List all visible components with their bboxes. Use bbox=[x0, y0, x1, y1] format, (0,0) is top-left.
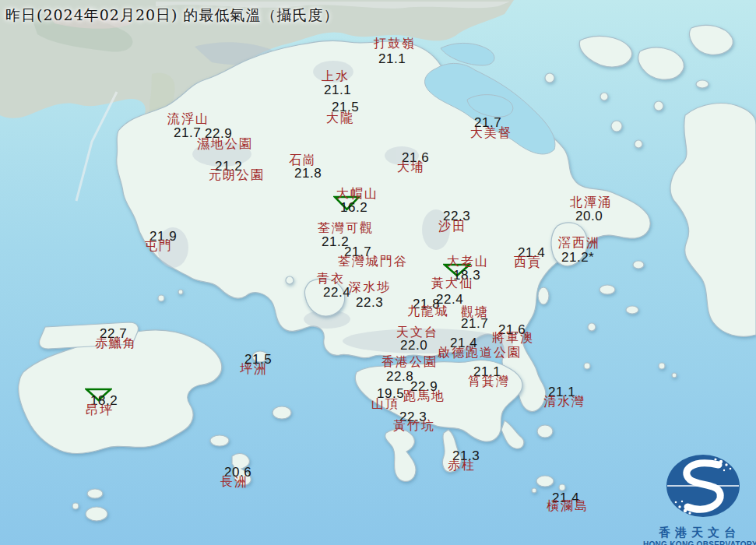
station-name: 石崗 bbox=[289, 153, 317, 167]
station-name: 流浮山 bbox=[167, 112, 209, 126]
station-value: 21.1 bbox=[324, 83, 351, 98]
station-name: 橫瀾島 bbox=[547, 499, 589, 513]
station-name: 大帽山 bbox=[336, 187, 378, 201]
station-value: 22.8 bbox=[386, 369, 413, 385]
hko-logo: 香港天文台 HONG KONG OBSERVATORY bbox=[643, 450, 756, 545]
station-name: 屯門 bbox=[145, 239, 173, 253]
station-name: 元朗公園 bbox=[209, 168, 265, 182]
station-name: 滘西洲 bbox=[558, 236, 600, 250]
station-name: 沙田 bbox=[438, 220, 466, 234]
station-name: 西貢 bbox=[514, 255, 542, 269]
station-name: 天文台 bbox=[396, 325, 438, 339]
station-name: 筲箕灣 bbox=[468, 374, 510, 389]
station-name: 將軍澳 bbox=[492, 331, 534, 345]
station-name: 大埔 bbox=[397, 160, 425, 174]
station-name: 打鼓嶺 bbox=[374, 37, 416, 51]
station-name: 黃大仙 bbox=[431, 276, 473, 290]
station-name: 清水灣 bbox=[543, 395, 585, 409]
station-value: 20.0 bbox=[575, 209, 603, 224]
station-name: 跑馬地 bbox=[403, 389, 445, 403]
station-name: 昂坪 bbox=[86, 403, 114, 417]
station-name: 濕地公園 bbox=[197, 137, 253, 151]
page-title: 昨日(2024年02月20日) 的最低氣溫（攝氏度） bbox=[5, 5, 339, 26]
hko-min-temp-map-screen: 昨日(2024年02月20日) 的最低氣溫（攝氏度） 21.1打鼓嶺21.1上水… bbox=[0, 0, 756, 545]
station-name: 坪洲 bbox=[240, 362, 268, 376]
station-name: 觀塘 bbox=[461, 305, 489, 319]
station-name: 北潭涌 bbox=[570, 195, 612, 209]
station-name: 長洲 bbox=[220, 475, 248, 489]
hko-logo-name-zh: 香港天文台 bbox=[643, 526, 756, 540]
station-name: 大美督 bbox=[470, 126, 512, 140]
station-name: 黃竹坑 bbox=[393, 419, 435, 433]
station-name: 山頂 bbox=[371, 397, 399, 411]
station-name: 九龍城 bbox=[407, 304, 449, 318]
station-value: 21.8 bbox=[294, 166, 322, 181]
station-name: 青衣 bbox=[317, 272, 345, 286]
hko-logo-name-en: HONG KONG OBSERVATORY bbox=[643, 540, 756, 545]
station-name: 赤鱲角 bbox=[95, 336, 137, 350]
station-value: 22.4 bbox=[323, 285, 350, 301]
station-name: 香港公園 bbox=[382, 355, 438, 369]
station-value: 21.2* bbox=[561, 250, 594, 265]
hko-logo-mark bbox=[643, 450, 756, 522]
station-name: 大隴 bbox=[326, 111, 354, 125]
station-value: 22.0 bbox=[400, 338, 427, 353]
station-name: 深水埗 bbox=[349, 280, 391, 294]
station-name: 赤柱 bbox=[448, 459, 476, 473]
station-name: 荃灣城門谷 bbox=[338, 255, 408, 269]
station-name: 大老山 bbox=[447, 255, 489, 269]
station-value: 21.1 bbox=[378, 51, 406, 67]
station-name: 上水 bbox=[322, 69, 350, 83]
station-name: 啟德跑道公園 bbox=[438, 346, 522, 360]
station-value: 16.2 bbox=[340, 200, 367, 216]
station-name: 荃灣可觀 bbox=[318, 221, 374, 235]
station-value: 22.3 bbox=[356, 295, 383, 311]
